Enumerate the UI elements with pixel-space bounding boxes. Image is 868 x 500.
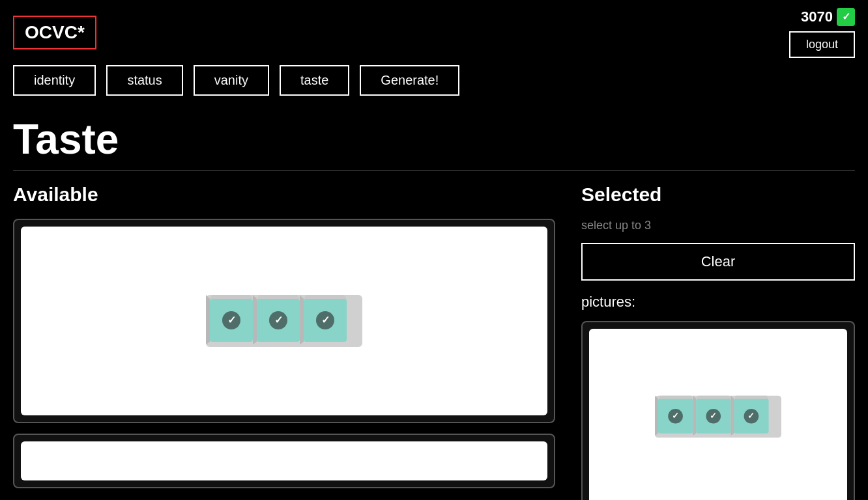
page-title: Taste — [0, 109, 868, 170]
nav: identity status vanity taste Generate! — [0, 65, 868, 109]
header-right: 3070 ✓ logout — [789, 8, 855, 58]
svg-marker-6 — [304, 295, 347, 299]
logo-text: OCVC* — [25, 22, 85, 42]
svg-text:✓: ✓ — [710, 411, 717, 421]
nav-identity[interactable]: identity — [13, 65, 96, 96]
available-title: Available — [13, 184, 555, 206]
header: OCVC* 3070 ✓ logout — [0, 0, 868, 65]
svg-marker-8 — [253, 295, 257, 344]
score-value: 3070 — [801, 8, 833, 25]
pictures-label: pictures: — [581, 294, 855, 311]
score-badge: 3070 ✓ — [801, 8, 855, 26]
nav-taste[interactable]: taste — [280, 65, 349, 96]
svg-marker-9 — [300, 295, 304, 344]
available-column: Available — [13, 184, 555, 500]
svg-marker-25 — [731, 396, 734, 436]
logo[interactable]: OCVC* — [13, 16, 96, 49]
available-item-2[interactable] — [13, 434, 555, 488]
available-item-2-image — [21, 441, 547, 480]
nav-status[interactable]: status — [106, 65, 182, 96]
selected-tray-svg: ✓ ✓ ✓ — [650, 381, 787, 452]
svg-marker-24 — [693, 396, 696, 436]
selected-title: Selected — [581, 184, 855, 206]
svg-marker-21 — [696, 396, 731, 399]
svg-marker-23 — [655, 396, 658, 436]
selected-item-1-image: ✓ ✓ ✓ — [589, 329, 847, 500]
svg-marker-4 — [210, 295, 253, 299]
select-hint: select up to 3 — [581, 219, 855, 232]
divider — [13, 170, 855, 171]
svg-marker-20 — [658, 396, 693, 399]
svg-text:✓: ✓ — [274, 314, 283, 326]
selected-column: Selected select up to 3 Clear pictures: — [581, 184, 855, 500]
nav-vanity[interactable]: vanity — [194, 65, 269, 96]
nav-generate[interactable]: Generate! — [360, 65, 459, 96]
tray-svg-1: ✓ ✓ ✓ — [199, 282, 369, 360]
svg-marker-5 — [257, 295, 300, 299]
available-item-1-image: ✓ ✓ ✓ — [21, 227, 547, 415]
check-icon: ✓ — [837, 8, 855, 26]
clear-button[interactable]: Clear — [581, 243, 855, 281]
available-item-1[interactable]: ✓ ✓ ✓ — [13, 219, 555, 423]
logout-button[interactable]: logout — [789, 31, 855, 58]
svg-marker-7 — [206, 295, 210, 344]
svg-text:✓: ✓ — [227, 314, 236, 326]
svg-marker-22 — [734, 396, 768, 399]
svg-text:✓: ✓ — [672, 411, 679, 421]
selected-item-1: ✓ ✓ ✓ — [581, 321, 855, 500]
svg-text:✓: ✓ — [321, 314, 330, 326]
svg-text:✓: ✓ — [747, 411, 755, 421]
main-content: Available — [0, 184, 868, 500]
